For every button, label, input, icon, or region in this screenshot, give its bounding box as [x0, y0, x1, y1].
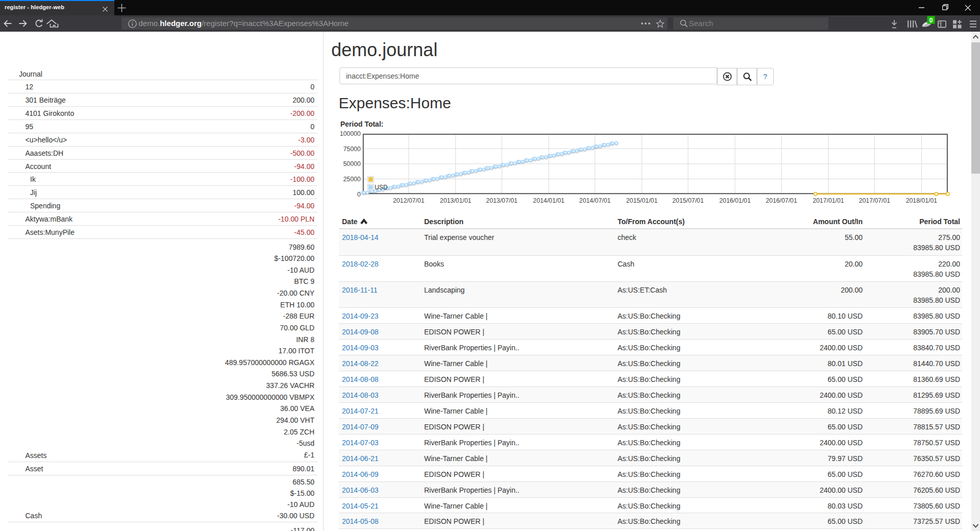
svg-text:2015/07/01: 2015/07/01: [672, 197, 704, 204]
svg-text:2012/07/01: 2012/07/01: [393, 197, 425, 204]
svg-text:100000: 100000: [340, 130, 361, 137]
svg-text:2018/01/01: 2018/01/01: [906, 197, 938, 204]
svg-text:0: 0: [357, 191, 361, 198]
svg-text:2013/01/01: 2013/01/01: [440, 197, 472, 204]
svg-text:75000: 75000: [343, 146, 360, 153]
svg-text:25000: 25000: [343, 176, 360, 183]
svg-text:2017/07/01: 2017/07/01: [859, 197, 891, 204]
svg-text:2013/07/01: 2013/07/01: [486, 197, 518, 204]
svg-text:USD: USD: [375, 184, 388, 191]
svg-text:2014/07/01: 2014/07/01: [579, 197, 611, 204]
svg-text:2016/01/01: 2016/01/01: [719, 197, 751, 204]
svg-text:2014/01/01: 2014/01/01: [533, 197, 565, 204]
svg-text:2015/01/01: 2015/01/01: [626, 197, 658, 204]
svg-text:2017/01/01: 2017/01/01: [813, 197, 844, 204]
svg-text:0: 0: [929, 17, 933, 24]
svg-text:50000: 50000: [343, 160, 360, 167]
svg-text:2016/07/01: 2016/07/01: [766, 197, 797, 204]
